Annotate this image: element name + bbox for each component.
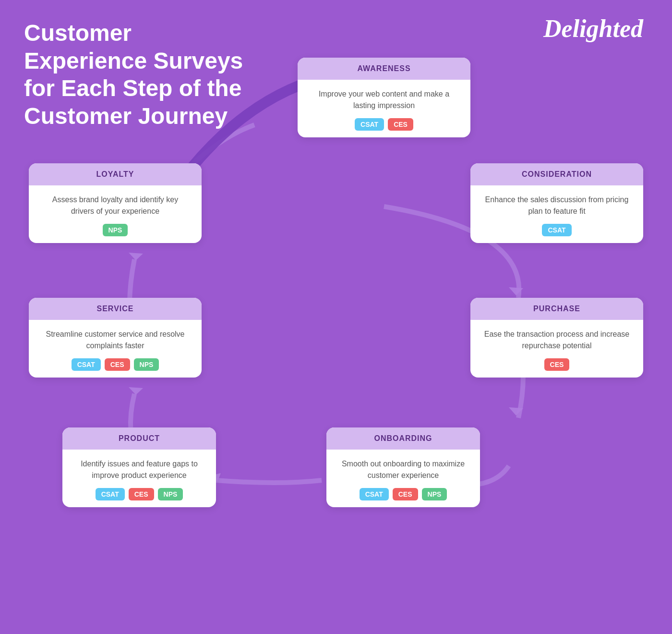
- card-service: SERVICE Streamline customer service and …: [29, 298, 202, 378]
- card-loyalty-header: LOYALTY: [29, 163, 202, 185]
- card-purchase-body: Ease the transaction process and increas…: [470, 320, 643, 378]
- tag-csat: CSAT: [96, 488, 125, 500]
- tag-csat: CSAT: [542, 224, 571, 236]
- tag-ces: CES: [544, 358, 570, 371]
- card-loyalty: LOYALTY Assess brand loyalty and identif…: [29, 163, 202, 243]
- tag-csat: CSAT: [355, 118, 384, 131]
- card-awareness-body: Improve your web content and make a last…: [298, 80, 470, 137]
- card-service-body: Streamline customer service and resolve …: [29, 320, 202, 378]
- card-onboarding-header: ONBOARDING: [326, 427, 480, 450]
- card-purchase: PURCHASE Ease the transaction process an…: [470, 298, 643, 378]
- card-consideration-body: Enhance the sales discussion from pricin…: [470, 185, 643, 243]
- tag-ces: CES: [129, 488, 154, 500]
- brand-logo: Delighted: [543, 14, 643, 43]
- card-product-tags: CSAT CES NPS: [74, 488, 204, 500]
- tag-nps: NPS: [158, 488, 183, 500]
- svg-marker-1: [509, 287, 523, 295]
- tag-nps: NPS: [422, 488, 447, 500]
- card-loyalty-body: Assess brand loyalty and identify key dr…: [29, 185, 202, 243]
- card-product: PRODUCT Identify issues and feature gaps…: [62, 427, 216, 507]
- page-title: Customer Experience Surveys for Each Ste…: [24, 19, 254, 130]
- card-onboarding-tags: CSAT CES NPS: [338, 488, 468, 500]
- svg-marker-2: [509, 407, 523, 415]
- card-purchase-header: PURCHASE: [470, 298, 643, 320]
- tag-ces: CES: [393, 488, 418, 500]
- tag-nps: NPS: [103, 224, 128, 236]
- card-consideration: CONSIDERATION Enhance the sales discussi…: [470, 163, 643, 243]
- tag-csat: CSAT: [360, 488, 389, 500]
- card-loyalty-tags: NPS: [40, 224, 190, 236]
- card-consideration-tags: CSAT: [482, 224, 632, 236]
- card-product-body: Identify issues and feature gaps to impr…: [62, 450, 216, 507]
- card-service-tags: CSAT CES NPS: [40, 358, 190, 371]
- tag-ces: CES: [388, 118, 413, 131]
- tag-ces: CES: [105, 358, 130, 371]
- card-purchase-tags: CES: [482, 358, 632, 371]
- card-service-header: SERVICE: [29, 298, 202, 320]
- card-awareness-tags: CSAT CES: [309, 118, 459, 131]
- tag-nps: NPS: [134, 358, 159, 371]
- tag-csat: CSAT: [72, 358, 101, 371]
- card-awareness: AWARENESS Improve your web content and m…: [298, 58, 470, 137]
- card-consideration-header: CONSIDERATION: [470, 163, 643, 185]
- card-onboarding-body: Smooth out onboarding to maximize custom…: [326, 450, 480, 507]
- card-onboarding: ONBOARDING Smooth out onboarding to maxi…: [326, 427, 480, 507]
- card-awareness-header: AWARENESS: [298, 58, 470, 80]
- card-product-header: PRODUCT: [62, 427, 216, 450]
- svg-marker-5: [129, 387, 143, 395]
- svg-marker-6: [129, 253, 143, 260]
